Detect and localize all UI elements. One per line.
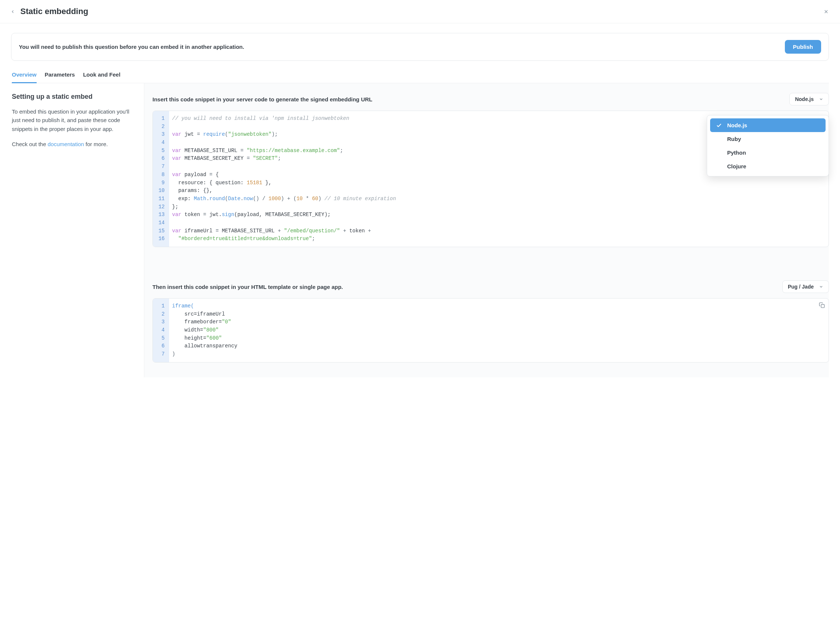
chevron-left-icon [10,9,15,14]
tab-overview[interactable]: Overview [12,71,37,83]
documentation-link[interactable]: documentation [48,141,84,147]
server-code-heading: Insert this code snippet in your server … [152,96,372,102]
server-language-value: Node.js [795,96,814,102]
dropdown-item-label: Python [727,149,746,156]
code-gutter: 12345678910111213141516 [153,111,169,247]
dropdown-item-label: Clojure [727,163,746,170]
tabs: Overview Parameters Look and Feel [11,71,829,83]
publish-button[interactable]: Publish [785,40,821,54]
close-button[interactable] [823,9,829,14]
left-heading: Setting up a static embed [12,93,133,101]
dropdown-item-ruby[interactable]: Ruby [710,132,826,146]
left-paragraph-2: Check out the documentation for more. [12,140,133,148]
right-pane: Insert this code snippet in your server … [144,83,829,378]
header-left: Static embedding [10,6,88,16]
template-code[interactable]: iframe( src=iframeUrl frameborder="0" wi… [169,299,829,362]
svg-rect-2 [821,304,824,308]
template-code-block: 1234567 iframe( src=iframeUrl frameborde… [152,298,829,363]
page-title: Static embedding [20,6,88,16]
template-code-heading: Then insert this code snippet in your HT… [152,284,343,290]
copy-button[interactable] [819,302,825,309]
dropdown-item-label: Node.js [727,122,747,128]
dropdown-item-clojure[interactable]: Clojure [710,160,826,173]
template-language-select[interactable]: Pug / Jade [782,280,829,293]
dropdown-item-nodejs[interactable]: Node.js [710,118,826,132]
left-paragraph-1: To embed this question in your applicati… [12,107,133,133]
code-gutter: 1234567 [153,299,169,362]
back-button[interactable] [10,9,15,14]
template-code-section-head: Then insert this code snippet in your HT… [152,280,829,293]
copy-icon [819,302,825,308]
template-language-value: Pug / Jade [788,284,814,290]
publish-notice-card: You will need to publish this question b… [11,33,829,61]
close-icon [823,9,829,14]
server-code-section-head: Insert this code snippet in your server … [152,93,829,106]
left-p2-post: for more. [84,141,108,147]
publish-notice-text: You will need to publish this question b… [19,44,244,50]
dropdown-item-label: Ruby [727,136,741,142]
dropdown-item-python[interactable]: Python [710,146,826,160]
check-icon [716,122,723,128]
page-header: Static embedding [0,0,840,23]
chevron-down-icon [819,97,823,101]
left-p2-pre: Check out the [12,141,48,147]
left-pane: Setting up a static embed To embed this … [11,83,144,378]
language-dropdown: Node.js Ruby Python Clojure [707,115,829,176]
body-split: Setting up a static embed To embed this … [11,83,829,378]
tab-look-and-feel[interactable]: Look and Feel [83,71,120,83]
chevron-down-icon [819,285,823,289]
tab-parameters[interactable]: Parameters [45,71,75,83]
server-language-select[interactable]: Node.js [789,93,829,106]
